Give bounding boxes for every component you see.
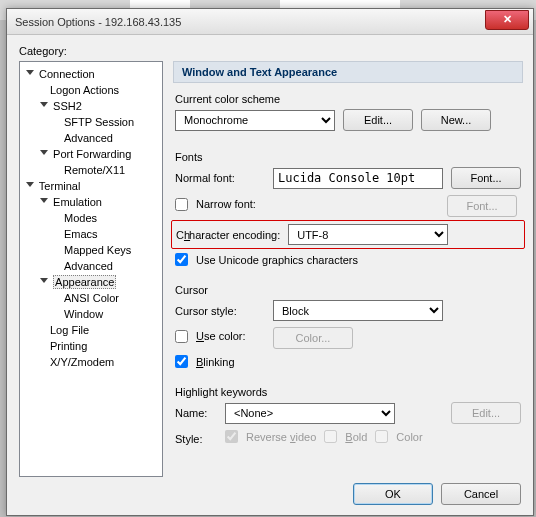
color-label: Color (396, 431, 422, 443)
tree-item-printing[interactable]: Printing (40, 338, 160, 354)
tree-item-log-file[interactable]: Log File (40, 322, 160, 338)
fonts-group: Fonts Normal font: Lucida Console 10pt F… (173, 151, 523, 274)
group-title: Highlight keywords (175, 386, 521, 398)
titlebar[interactable]: Session Options - 192.168.43.135 ✕ (7, 9, 533, 35)
cursor-style-label: Cursor style: (175, 305, 265, 317)
tree-item-connection[interactable]: Connection Logon Actions SSH2 SFTP Sessi… (26, 66, 160, 178)
settings-panel: Window and Text Appearance Current color… (163, 61, 523, 477)
tree-item-mapped-keys[interactable]: Mapped Keys (54, 242, 160, 258)
tree-item-emacs[interactable]: Emacs (54, 226, 160, 242)
panel-header: Window and Text Appearance (173, 61, 523, 83)
expand-icon[interactable] (26, 66, 36, 82)
svg-marker-4 (40, 198, 48, 203)
expand-icon[interactable] (26, 178, 36, 194)
tree-item-xyzmodem[interactable]: X/Y/Zmodem (40, 354, 160, 370)
ok-button[interactable]: OK (353, 483, 433, 505)
blinking-checkbox[interactable] (175, 355, 188, 368)
tree-item-sftp-session[interactable]: SFTP Session (54, 114, 160, 130)
encoding-highlight: Chharacter encoding: UTF-8 (171, 220, 525, 249)
narrow-font-button: Font... (447, 195, 517, 217)
encoding-select[interactable]: UTF-8 (288, 224, 448, 245)
svg-marker-2 (40, 150, 48, 155)
tree-item-advanced[interactable]: Advanced (54, 258, 160, 274)
close-button[interactable]: ✕ (485, 10, 529, 30)
category-tree[interactable]: Connection Logon Actions SSH2 SFTP Sessi… (19, 61, 163, 477)
tree-item-remote-x11[interactable]: Remote/X11 (54, 162, 160, 178)
narrow-font-label: Narrow font: (196, 198, 256, 210)
group-title: Fonts (175, 151, 521, 163)
use-color-checkbox[interactable] (175, 330, 188, 343)
tree-item-window[interactable]: Window (54, 306, 160, 322)
cursor-style-select[interactable]: Block (273, 300, 443, 321)
tree-item-modes[interactable]: Modes (54, 210, 160, 226)
normal-font-button[interactable]: Font... (451, 167, 521, 189)
reverse-video-label: Reverse video (246, 431, 316, 443)
unicode-graphics-checkbox[interactable] (175, 253, 188, 266)
expand-icon[interactable] (40, 194, 50, 210)
close-icon: ✕ (503, 13, 512, 26)
bold-label: Bold (345, 431, 367, 443)
svg-marker-0 (26, 70, 34, 75)
color-scheme-select[interactable]: Monochrome (175, 110, 335, 131)
svg-marker-1 (40, 102, 48, 107)
new-scheme-button[interactable]: New... (421, 109, 491, 131)
svg-marker-5 (40, 278, 48, 283)
normal-font-display: Lucida Console 10pt (273, 168, 443, 189)
tree-item-appearance[interactable]: Appearance ANSI Color Window (40, 274, 160, 322)
window-title: Session Options - 192.168.43.135 (15, 16, 181, 28)
svg-marker-3 (26, 182, 34, 187)
color-checkbox (375, 430, 388, 443)
expand-icon[interactable] (40, 146, 50, 162)
hl-name-select[interactable]: <None> (225, 403, 395, 424)
tree-item-terminal[interactable]: Terminal Emulation Modes Emacs Mapped Ke… (26, 178, 160, 370)
tree-item-ssh2[interactable]: SSH2 SFTP Session Advanced (40, 98, 160, 146)
tree-item-emulation[interactable]: Emulation Modes Emacs Mapped Keys Advanc… (40, 194, 160, 274)
tree-item-advanced[interactable]: Advanced (54, 130, 160, 146)
use-color-label: Use color: (196, 330, 246, 342)
encoding-label: Chharacter encoding: (176, 229, 280, 241)
unicode-graphics-label: Use Unicode graphics characters (196, 254, 358, 266)
group-title: Cursor (175, 284, 521, 296)
tree-item-port-forwarding[interactable]: Port Forwarding Remote/X11 (40, 146, 160, 178)
tree-item-ansi-color[interactable]: ANSI Color (54, 290, 160, 306)
hl-name-label: Name: (175, 407, 217, 419)
session-options-dialog: Session Options - 192.168.43.135 ✕ Categ… (6, 8, 534, 516)
cursor-group: Cursor Cursor style: Block Use color: (173, 284, 523, 376)
highlight-group: Highlight keywords Name: <None> Edit... … (173, 386, 523, 457)
dialog-footer: OK Cancel (353, 483, 521, 505)
hl-edit-button: Edit... (451, 402, 521, 424)
category-label: Category: (19, 45, 523, 57)
group-title: Current color scheme (175, 93, 521, 105)
blinking-label: Blinking (196, 356, 235, 368)
cursor-color-button: Color... (273, 327, 353, 349)
bold-checkbox (324, 430, 337, 443)
hl-style-label: Style: (175, 433, 217, 445)
color-scheme-group: Current color scheme Monochrome Edit... … (173, 93, 523, 141)
expand-icon[interactable] (40, 274, 50, 290)
expand-icon[interactable] (40, 98, 50, 114)
reverse-video-checkbox (225, 430, 238, 443)
tree-item-logon-actions[interactable]: Logon Actions (40, 82, 160, 98)
edit-scheme-button[interactable]: Edit... (343, 109, 413, 131)
narrow-font-checkbox[interactable] (175, 198, 188, 211)
normal-font-label: Normal font: (175, 172, 265, 184)
cancel-button[interactable]: Cancel (441, 483, 521, 505)
